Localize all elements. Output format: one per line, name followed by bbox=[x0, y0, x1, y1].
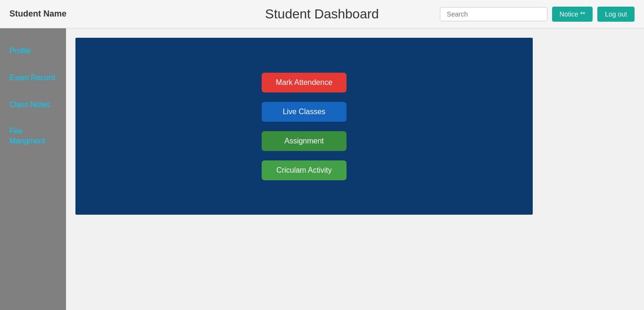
sidebar-item-class-notes[interactable]: Class Notes bbox=[0, 92, 66, 118]
dashboard-panel: Mark Attendence Live Classes Assignment … bbox=[75, 38, 533, 215]
sidebar-item-profile[interactable]: Profile bbox=[0, 38, 66, 65]
header: Student Name Student Dashboard Notice **… bbox=[0, 0, 644, 28]
notice-button[interactable]: Notice ** bbox=[552, 7, 593, 22]
sidebar: Profile Exam Record Class Notes Fee Mang… bbox=[0, 28, 66, 310]
logout-button[interactable]: Log out bbox=[597, 7, 635, 22]
sidebar-item-exam-record[interactable]: Exam Record bbox=[0, 65, 66, 92]
assignment-button[interactable]: Assignment bbox=[262, 131, 347, 151]
main-layout: Profile Exam Record Class Notes Fee Mang… bbox=[0, 28, 644, 310]
student-name: Student Name bbox=[9, 9, 66, 19]
live-classes-button[interactable]: Live Classes bbox=[262, 102, 347, 122]
sidebar-item-fee-management[interactable]: Fee Mangment bbox=[0, 118, 66, 155]
header-actions: Notice ** Log out bbox=[440, 7, 635, 22]
search-input[interactable] bbox=[440, 7, 547, 21]
criculam-activity-button[interactable]: Criculam Activity bbox=[262, 160, 347, 180]
content-area: Mark Attendence Live Classes Assignment … bbox=[66, 28, 644, 310]
mark-attendance-button[interactable]: Mark Attendence bbox=[262, 73, 347, 92]
page-title: Student Dashboard bbox=[265, 7, 379, 22]
